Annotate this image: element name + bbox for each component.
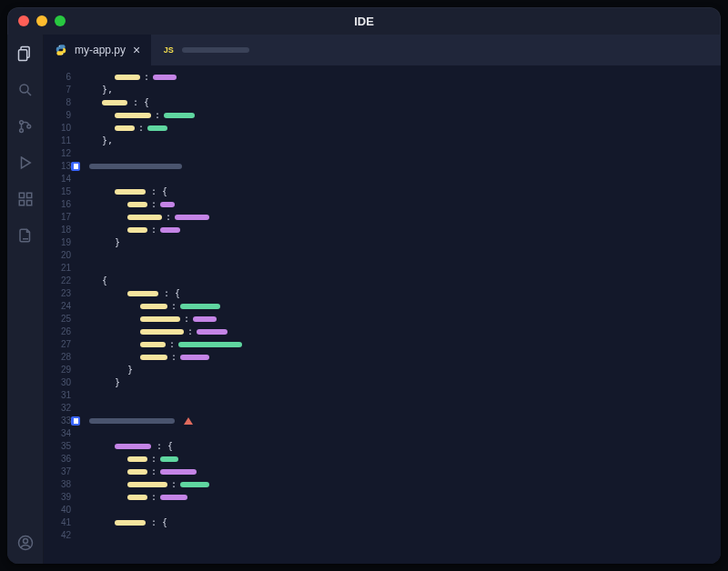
brace-token: } [115, 238, 120, 247]
code-line [78, 402, 721, 415]
line-number: 10 [44, 122, 78, 135]
line-number: 31 [44, 389, 78, 402]
line-number: 28 [44, 351, 78, 364]
colon-token: : [151, 493, 157, 502]
code-line: } [78, 376, 721, 389]
line-number: 19 [44, 236, 78, 249]
close-window-button[interactable] [18, 15, 29, 26]
run-icon[interactable] [15, 153, 35, 173]
key-token [127, 495, 147, 500]
ide-window: IDE [7, 7, 721, 564]
titlebar: IDE [7, 7, 721, 35]
colon-token: : [155, 111, 160, 120]
value-token-green [160, 456, 178, 462]
code-line: : [78, 71, 721, 84]
line-number: 8 [44, 96, 78, 109]
svg-point-15 [59, 45, 60, 46]
activity-bar [7, 35, 44, 564]
key-token [115, 520, 146, 526]
key-token [115, 75, 140, 80]
key-token [140, 316, 180, 322]
search-icon[interactable] [15, 80, 35, 100]
svg-marker-7 [21, 157, 30, 168]
line-number: 20 [44, 249, 78, 262]
svg-rect-11 [26, 201, 31, 205]
line-number: 13 [44, 160, 78, 173]
zoom-window-button[interactable] [55, 15, 66, 26]
warning-icon[interactable] [184, 417, 193, 425]
value-token-purple [160, 202, 175, 207]
code-editor[interactable]: 6789101112131415161718192021222324252627… [44, 65, 721, 564]
line-number: 32 [44, 402, 78, 415]
key-token [140, 304, 167, 309]
code-line: }, [78, 135, 721, 147]
value-token-green [147, 125, 167, 131]
code-line: : [78, 224, 721, 236]
line-number: 16 [44, 198, 78, 211]
code-line: : [78, 478, 721, 491]
code-line: : [78, 491, 721, 504]
code-line: : [78, 466, 721, 478]
code-line [78, 389, 721, 402]
colon-token: : [151, 455, 157, 464]
colon-token: : [171, 302, 177, 311]
line-number: 24 [44, 300, 78, 313]
key-token [140, 329, 184, 335]
minimize-window-button[interactable] [36, 15, 47, 26]
line-number: 22 [44, 275, 78, 287]
line-number: 26 [44, 326, 78, 338]
export-icon[interactable] [15, 225, 35, 245]
key-token [115, 125, 135, 131]
workbench: my-app.py × JS 6789101112131415161718192… [7, 35, 721, 564]
brace-token: : { [157, 442, 173, 451]
source-control-icon[interactable] [15, 116, 35, 136]
tab-js-file[interactable]: JS [151, 35, 260, 65]
code-line [78, 504, 721, 516]
colon-token: : [144, 73, 149, 82]
value-token-purple [115, 444, 151, 449]
brace-token: } [115, 378, 120, 387]
code-line: : [78, 313, 721, 326]
svg-rect-9 [26, 193, 31, 197]
line-number: 30 [44, 376, 78, 389]
svg-point-16 [62, 54, 63, 55]
value-token-purple [160, 495, 187, 500]
tab-my-app-py[interactable]: my-app.py × [44, 35, 151, 65]
brace-token: : { [151, 187, 167, 196]
code-line: : { [78, 287, 721, 300]
code-line: : { [78, 440, 721, 453]
extensions-icon[interactable] [15, 189, 35, 209]
line-number: 14 [44, 173, 78, 185]
code-line [78, 160, 721, 173]
code-line [78, 173, 721, 185]
brace-token: : { [164, 289, 180, 298]
line-number: 21 [44, 262, 78, 275]
close-tab-icon[interactable]: × [133, 44, 140, 56]
colon-token: : [169, 340, 175, 349]
line-number: 38 [44, 478, 78, 491]
value-token-purple [160, 227, 180, 233]
code-line: } [78, 364, 721, 376]
files-icon[interactable] [15, 44, 35, 64]
line-number: 17 [44, 211, 78, 224]
value-token-green [180, 304, 220, 309]
code-line: : [78, 300, 721, 313]
line-gutter: 6789101112131415161718192021222324252627… [44, 65, 78, 564]
svg-point-14 [23, 538, 27, 543]
line-number: 36 [44, 453, 78, 466]
key-token [127, 456, 147, 462]
line-number: 41 [44, 516, 78, 529]
svg-rect-10 [19, 201, 24, 205]
code-line: : [78, 338, 721, 351]
code-line: { [78, 275, 721, 287]
line-number: 40 [44, 504, 78, 516]
code-line: : [78, 351, 721, 364]
comment-token [89, 418, 175, 424]
svg-rect-8 [19, 193, 24, 197]
key-token [127, 202, 147, 207]
python-file-icon [55, 44, 67, 56]
tab-label: my-app.py [75, 44, 126, 56]
account-icon[interactable] [15, 533, 35, 553]
brace-token: : { [133, 98, 149, 107]
brace-token: }, [102, 136, 113, 145]
